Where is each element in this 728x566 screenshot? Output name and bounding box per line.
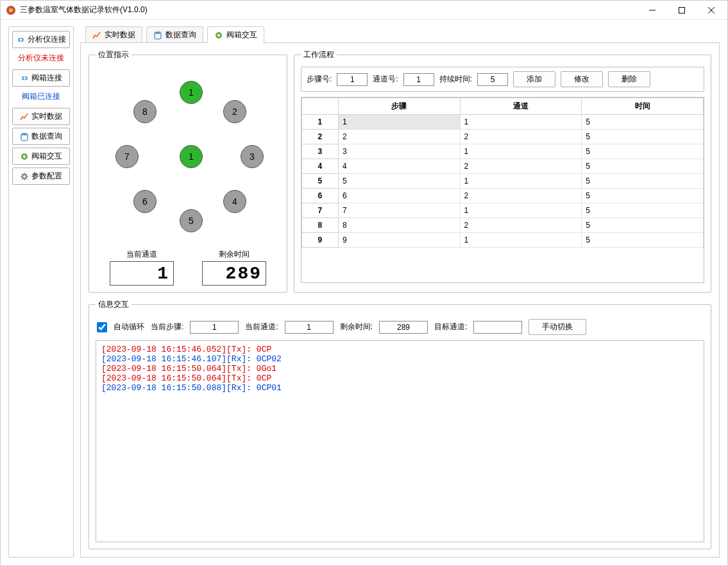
table-row[interactable]: 2225 <box>302 130 704 144</box>
target-label: 目标通道: <box>434 322 467 332</box>
realtime-button[interactable]: 实时数据 <box>12 108 70 125</box>
sidebar: 分析仪连接 分析仪未连接 阀箱连接 阀箱已连接 实时数据 数据查询 阀箱交互 <box>8 26 74 558</box>
remaining-readout: 剩余时间 289 <box>202 249 266 286</box>
valve-status: 阀箱已连接 <box>12 89 70 105</box>
chart-icon <box>20 112 29 121</box>
channel-label: 通道号: <box>373 74 398 85</box>
row-index: 2 <box>302 130 339 144</box>
main: 实时数据 数据查询 阀箱交互 位置指示 123456781 <box>80 26 720 558</box>
info-group: 信息交互 自动循环 当前步骤: 当前通道: 剩余时间: 目标通道: 手动切换 <box>89 299 711 549</box>
modify-button[interactable]: 修改 <box>561 71 603 87</box>
channel-node-4[interactable]: 4 <box>223 190 246 213</box>
remain-label: 剩余时间: <box>340 322 373 332</box>
duration-label: 持续时间: <box>439 74 472 85</box>
table-row[interactable]: 8825 <box>302 218 704 233</box>
channel-node-3[interactable]: 3 <box>241 145 264 168</box>
param-config-button[interactable]: 参数配置 <box>12 167 70 185</box>
gear-icon <box>20 172 29 181</box>
tab-query-label: 数据查询 <box>165 30 196 40</box>
window-title: 三参数温室气体数据记录软件(V1.0.0) <box>20 4 638 15</box>
channel-input[interactable] <box>403 73 434 86</box>
db-icon <box>20 132 29 141</box>
chart-icon <box>92 31 101 40</box>
col-header: 步骤 <box>338 98 460 115</box>
channel-node-8[interactable]: 8 <box>133 100 157 123</box>
manual-switch-button[interactable]: 手动切换 <box>529 319 586 335</box>
log-output[interactable]: [2023-09-18 16:15:46.052][Tx]: 0CP[2023-… <box>96 340 704 542</box>
channel-node-2[interactable]: 2 <box>223 100 246 123</box>
duration-input[interactable] <box>477 73 508 86</box>
channel-node-6[interactable]: 6 <box>133 190 157 213</box>
col-header: 通道 <box>460 98 582 115</box>
step-input[interactable] <box>337 73 368 86</box>
log-line: [2023-09-18 16:15:50.064][Tx]: 0Go1 <box>101 364 698 373</box>
param-config-label: 参数配置 <box>31 171 62 182</box>
cell: 9 <box>338 233 460 248</box>
step-label: 步骤号: <box>307 74 332 85</box>
workflow-group: 工作流程 步骤号: 通道号: 持续时间: 添加 修改 删除 <box>294 49 711 293</box>
workflow-table-wrap[interactable]: 步骤通道时间 111522253315442555156625771588259… <box>301 97 704 283</box>
cell: 1 <box>460 203 582 218</box>
log-line: [2023-09-18 16:15:46.107][Rx]: 0CP02 <box>101 354 698 364</box>
tab-query[interactable]: 数据查询 <box>146 26 203 43</box>
channel-node-1[interactable]: 1 <box>180 145 203 168</box>
tabpane: 位置指示 123456781 当前通道 1 剩余时间 289 <box>80 42 720 558</box>
position-group: 位置指示 123456781 当前通道 1 剩余时间 289 <box>89 49 287 293</box>
cell: 5 <box>582 144 704 159</box>
add-button[interactable]: 添加 <box>513 71 555 87</box>
realtime-label: 实时数据 <box>31 111 62 122</box>
cur-step-value <box>190 321 239 334</box>
query-label: 数据查询 <box>31 131 62 142</box>
cur-step-label: 当前步骤: <box>151 322 183 332</box>
log-line: [2023-09-18 16:15:50.088][Rx]: 0CP01 <box>101 383 698 393</box>
channel-node-7[interactable]: 7 <box>115 145 139 168</box>
query-button[interactable]: 数据查询 <box>12 128 70 145</box>
auto-loop-checkbox[interactable] <box>97 322 107 332</box>
table-row[interactable]: 4425 <box>302 159 704 174</box>
valve-icon <box>214 31 223 40</box>
tab-valve[interactable]: 阀箱交互 <box>207 26 264 43</box>
tabs: 实时数据 数据查询 阀箱交互 <box>80 26 720 43</box>
cell: 5 <box>582 203 704 218</box>
cell: 8 <box>338 218 460 233</box>
maximize-button[interactable] <box>667 1 697 20</box>
cell: 5 <box>338 174 460 189</box>
row-index: 4 <box>302 159 339 174</box>
cell: 5 <box>582 174 704 189</box>
table-row[interactable]: 3315 <box>302 144 704 159</box>
close-button[interactable] <box>697 1 726 20</box>
readouts: 当前通道 1 剩余时间 289 <box>96 249 280 286</box>
cell: 5 <box>582 159 704 174</box>
minimize-button[interactable] <box>638 1 667 20</box>
position-legend: 位置指示 <box>96 49 131 60</box>
table-row[interactable]: 1115 <box>302 115 704 130</box>
target-input[interactable] <box>473 321 522 334</box>
cell: 2 <box>460 189 582 203</box>
valve-interact-button[interactable]: 阀箱交互 <box>12 148 70 165</box>
table-row[interactable]: 6625 <box>302 189 704 203</box>
row-index: 7 <box>302 203 339 218</box>
analyzer-connect-button[interactable]: 分析仪连接 <box>12 31 70 48</box>
table-row[interactable]: 7715 <box>302 203 704 218</box>
workflow-table: 步骤通道时间 111522253315442555156625771588259… <box>301 98 704 248</box>
log-line: [2023-09-18 16:15:46.052][Tx]: 0CP <box>101 345 698 354</box>
channel-node-1[interactable]: 1 <box>180 81 203 104</box>
valve-connect-label: 阀箱连接 <box>31 73 62 83</box>
delete-button[interactable]: 删除 <box>608 71 650 87</box>
cell: 5 <box>582 130 704 144</box>
tab-realtime[interactable]: 实时数据 <box>85 26 142 43</box>
cell: 5 <box>582 218 704 233</box>
valve-connect-button[interactable]: 阀箱连接 <box>12 69 70 87</box>
app-window: 三参数温室气体数据记录软件(V1.0.0) 分析仪连接 分析仪未连接 阀箱连接 … <box>0 0 728 566</box>
row-index: 1 <box>302 115 339 130</box>
table-row[interactable]: 5515 <box>302 174 704 189</box>
table-row[interactable]: 9915 <box>302 233 704 248</box>
valve-interact-label: 阀箱交互 <box>31 151 62 162</box>
cell: 2 <box>338 130 460 144</box>
cell: 6 <box>338 189 460 203</box>
channel-node-5[interactable]: 5 <box>180 209 203 232</box>
channel-diagram: 123456781 <box>98 67 278 246</box>
info-bar: 自动循环 当前步骤: 当前通道: 剩余时间: 目标通道: 手动切换 <box>96 316 704 340</box>
cell: 7 <box>338 203 460 218</box>
cell: 5 <box>582 189 704 203</box>
